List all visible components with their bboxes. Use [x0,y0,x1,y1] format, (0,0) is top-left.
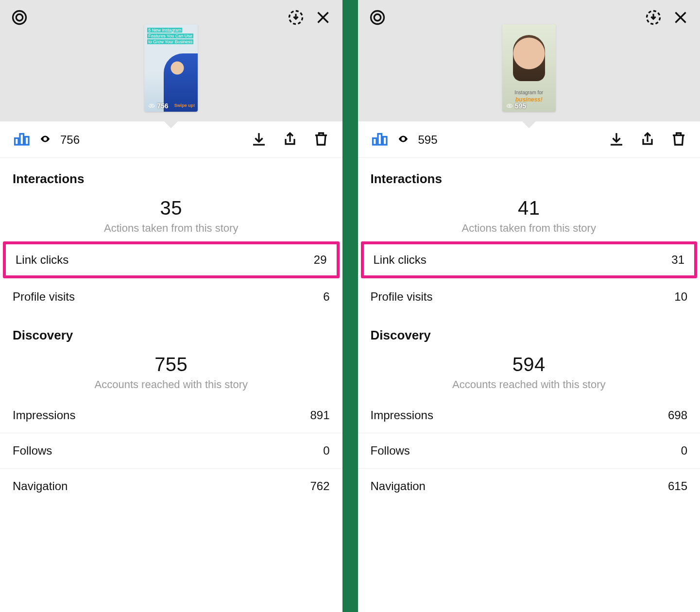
interactions-section: Interactions 35 Actions taken from this … [0,158,342,314]
svg-rect-5 [20,134,24,145]
interactions-total: 35 [0,197,342,219]
story-header: 5 New Instagram Features You Can Use to … [0,0,342,121]
view-count: 756 [60,133,80,147]
insights-chart-icon[interactable] [13,130,30,150]
eye-views-icon [40,134,51,146]
link-clicks-value: 31 [671,253,684,267]
svg-rect-6 [25,137,29,145]
interactions-subtext: Actions taken from this story [0,222,342,235]
link-clicks-row[interactable]: Link clicks 29 [3,241,340,278]
link-clicks-label: Link clicks [16,253,68,267]
save-download-icon[interactable] [287,9,305,28]
eye-views-icon [398,134,409,146]
thumbnail-caption-top: Instagram for [502,90,556,95]
interactions-heading: Interactions [358,158,700,187]
interactions-subtext: Actions taken from this story [358,222,700,235]
trash-icon[interactable] [670,130,687,150]
link-clicks-label: Link clicks [374,253,427,267]
view-count: 595 [418,133,438,147]
impressions-row[interactable]: Impressions 698 [358,398,700,433]
discovery-subtext: Accounts reached with this story [358,378,700,391]
follows-row[interactable]: Follows 0 [0,433,342,469]
interactions-total: 41 [358,197,700,219]
share-icon[interactable] [639,130,656,150]
profile-visits-label: Profile visits [13,290,75,304]
close-icon[interactable] [672,9,689,28]
panel-divider [342,0,358,612]
close-icon[interactable] [314,9,332,28]
impressions-row[interactable]: Impressions 891 [0,398,342,433]
story-thumbnail[interactable]: Instagram for business! 595 [502,24,556,112]
discovery-total: 755 [0,354,342,375]
svg-rect-13 [383,137,387,145]
thumbnail-view-count: 756 [148,102,168,110]
svg-point-8 [374,14,381,21]
settings-icon[interactable] [11,9,28,28]
insights-panel-left: 5 New Instagram Features You Can Use to … [0,0,342,612]
discovery-section: Discovery 755 Accounts reached with this… [0,314,342,504]
trash-icon[interactable] [312,130,330,150]
interactions-heading: Interactions [0,158,342,187]
thumbnail-view-count: 595 [506,102,526,110]
share-icon[interactable] [281,130,299,150]
navigation-row[interactable]: Navigation 762 [0,469,342,504]
follows-row[interactable]: Follows 0 [358,433,700,469]
link-clicks-value: 29 [314,253,327,267]
discovery-subtext: Accounts reached with this story [0,378,342,391]
svg-rect-12 [378,134,382,145]
settings-icon[interactable] [369,9,386,28]
svg-rect-4 [15,138,19,145]
download-icon[interactable] [608,130,625,150]
download-icon[interactable] [250,130,268,150]
svg-rect-11 [373,138,376,145]
insights-panel-right: Instagram for business! 595 595 [358,0,700,612]
svg-point-7 [371,11,384,24]
profile-visits-value: 6 [323,290,329,304]
interactions-section: Interactions 41 Actions taken from this … [358,158,700,314]
profile-visits-label: Profile visits [371,290,433,304]
svg-point-10 [509,105,510,107]
discovery-section: Discovery 594 Accounts reached with this… [358,314,700,504]
story-header: Instagram for business! 595 [358,0,700,121]
profile-visits-value: 10 [674,290,687,304]
navigation-row[interactable]: Navigation 615 [358,469,700,504]
svg-point-1 [16,14,23,21]
profile-visits-row[interactable]: Profile visits 10 [358,279,700,314]
story-thumbnail[interactable]: 5 New Instagram Features You Can Use to … [144,24,198,112]
svg-point-3 [151,105,153,107]
discovery-heading: Discovery [358,314,700,343]
save-download-icon[interactable] [645,9,662,28]
discovery-total: 594 [358,354,700,375]
thumbnail-overlay-text: 5 New Instagram Features You Can Use to … [147,27,195,45]
swipe-up-label: Swipe up! [174,103,195,108]
svg-point-0 [13,11,26,24]
discovery-heading: Discovery [0,314,342,343]
link-clicks-row[interactable]: Link clicks 31 [361,241,698,278]
insights-chart-icon[interactable] [371,130,388,150]
profile-visits-row[interactable]: Profile visits 6 [0,279,342,314]
